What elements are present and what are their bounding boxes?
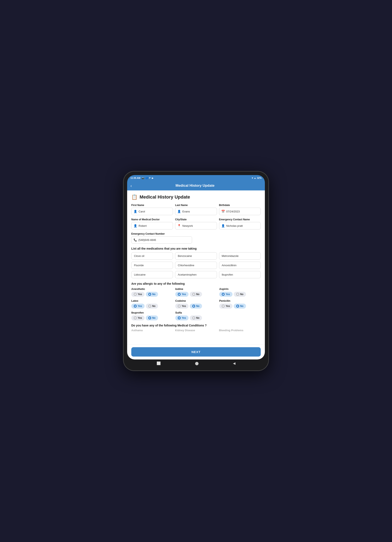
med-cell-7: Acetaminophen: [175, 271, 217, 278]
name-row: First Name 👤 Last Name 👤 Birthdate: [131, 204, 261, 215]
location-icon: 📍: [177, 224, 181, 228]
allergy-ibuprofen-label: Ibuprofen: [131, 311, 173, 314]
allergy-latex-no[interactable]: No: [146, 304, 158, 309]
page-header: 📋 Medical History Update: [131, 194, 261, 200]
allergy-penicilin-label: Penicilin: [219, 299, 261, 302]
time: 11:05 AM: [130, 177, 140, 179]
allergy-codeine-no[interactable]: No: [190, 304, 202, 309]
back-button[interactable]: ‹: [130, 183, 132, 188]
allergy-sulfa-no[interactable]: No: [190, 315, 202, 320]
android-back-icon[interactable]: ◀: [233, 361, 235, 365]
first-name-input[interactable]: [138, 210, 171, 213]
condition-1: Kidney Disease: [175, 329, 217, 332]
allergy-iodine-no-dot: [192, 293, 195, 296]
emergency-contact-name-group: Emergency Contact Name 👤: [219, 218, 261, 229]
med-cell-0: Clove oil: [131, 252, 173, 260]
last-name-field[interactable]: 👤: [175, 208, 217, 215]
allergy-anesthetic-yes[interactable]: Yes: [131, 292, 145, 297]
doctor-row: Name of Medical Doctor 👤 City/State 📍 Em…: [131, 218, 261, 229]
last-name-input[interactable]: [182, 210, 214, 213]
allergy-anesthetic: Anesthetic Yes No: [131, 287, 173, 297]
battery: 32%: [257, 177, 262, 179]
first-name-field[interactable]: 👤: [131, 208, 173, 215]
medications-section: List all the medications that you are no…: [131, 247, 261, 278]
allergy-penicilin-no-dot: [236, 305, 239, 308]
allergy-ibuprofen-no-dot: [148, 316, 151, 319]
allergy-sulfa-label: Sulfa: [175, 311, 217, 314]
birthdate-group: Birthdate 📅: [219, 204, 261, 215]
emergency-contact-name-label: Emergency Contact Name: [219, 218, 261, 221]
allergy-sulfa-options: Yes No: [175, 315, 217, 320]
calendar-icon: 📅: [221, 210, 225, 213]
allergy-codeine-yes[interactable]: Yes: [175, 304, 189, 309]
allergy-ibuprofen-no[interactable]: No: [146, 315, 158, 320]
allergy-iodine-yes-dot: [178, 293, 181, 296]
allergy-anesthetic-yes-dot: [134, 293, 137, 296]
birthdate-field[interactable]: 📅: [219, 208, 261, 215]
allergy-codeine-yes-dot: [178, 305, 181, 308]
allergy-latex-options: Yes No: [131, 304, 173, 309]
person-icon-2: 👤: [177, 210, 181, 213]
allergy-penicilin-yes[interactable]: Yes: [219, 304, 233, 309]
allergy-aspirin-yes[interactable]: Yes: [219, 292, 233, 297]
allergy-aspirin-label: Aspirin: [219, 287, 261, 291]
phone-field[interactable]: 📞: [131, 236, 192, 244]
allergy-ibuprofen-yes[interactable]: Yes: [131, 315, 145, 320]
allergy-codeine-label: Codeine: [175, 299, 217, 302]
android-home-icon[interactable]: ⬤: [195, 361, 199, 365]
allergy-sulfa-yes-dot: [178, 316, 181, 319]
med-cell-4: Chlorhexidine: [175, 262, 217, 269]
city-input[interactable]: [182, 224, 214, 228]
signal-icon: ▲: [254, 177, 256, 179]
next-button[interactable]: NEXT: [131, 347, 261, 357]
allergy-latex: Latex Yes No: [131, 299, 173, 309]
allergy-ibuprofen: Ibuprofen Yes No: [131, 311, 173, 320]
allergy-latex-label: Latex: [131, 299, 173, 302]
allergy-latex-yes[interactable]: Yes: [131, 304, 145, 309]
allergy-aspirin-no[interactable]: No: [234, 292, 246, 297]
doctor-input[interactable]: [138, 224, 171, 228]
conditions-row: Asthama Kidney Disease Bleeding Problems: [131, 329, 261, 332]
med-cell-8: Ibuprofen: [219, 271, 261, 278]
conditions-section: Do you have any of the following Medical…: [131, 324, 261, 332]
allergy-anesthetic-options: Yes No: [131, 292, 173, 297]
allergy-iodine-yes[interactable]: Yes: [175, 292, 189, 297]
allergy-codeine-no-dot: [192, 305, 195, 308]
allergy-latex-no-dot: [148, 305, 151, 308]
page-title: Medical History Update: [140, 194, 190, 200]
condition-2: Bleeding Problems: [219, 329, 261, 332]
med-cell-5: Amoxicillinin: [219, 262, 261, 269]
allergy-penicilin-no[interactable]: No: [234, 304, 246, 309]
emergency-contact-name-input[interactable]: [226, 224, 259, 228]
android-square-icon[interactable]: ⬜: [157, 361, 161, 365]
allergy-anesthetic-no[interactable]: No: [146, 292, 158, 297]
allergy-aspirin-yes-dot: [222, 293, 225, 296]
phone-input[interactable]: [138, 238, 173, 242]
emergency-contact-name-field[interactable]: 👤: [219, 222, 261, 229]
med-cell-2: Metronidazole: [219, 252, 261, 260]
doctor-field[interactable]: 👤: [131, 222, 173, 229]
allergy-penicilin-yes-dot: [222, 305, 225, 308]
youtube-icon: ▶: [152, 177, 154, 179]
last-name-group: Last Name 👤: [175, 204, 217, 215]
allergy-codeine: Codeine Yes No: [175, 299, 217, 309]
allergy-ibuprofen-options: Yes No: [131, 315, 173, 320]
nav-title: Medical History Update: [134, 184, 256, 188]
med-cell-6: Lidocaine: [131, 271, 173, 278]
city-label: City/State: [175, 218, 217, 221]
birthdate-input[interactable]: [226, 210, 259, 213]
status-right: ▾ ▲ 32%: [252, 177, 262, 179]
city-field[interactable]: 📍: [175, 222, 217, 229]
allergy-sulfa-yes[interactable]: Yes: [175, 315, 189, 320]
status-left: 11:05 AM 📷 🔵 P ▶: [130, 177, 154, 179]
allergy-sulfa-no-dot: [192, 316, 195, 319]
person-icon-3: 👤: [133, 224, 137, 228]
allergy-aspirin: Aspirin Yes No: [219, 287, 261, 297]
allergy-iodine-no[interactable]: No: [190, 292, 202, 297]
med-cell-1: Benzocaine: [175, 252, 217, 260]
person-icon-4: 👤: [221, 224, 225, 228]
allergy-aspirin-options: Yes No: [219, 292, 261, 297]
allergy-grid: Anesthetic Yes No: [131, 287, 261, 320]
doctor-group: Name of Medical Doctor 👤: [131, 218, 173, 229]
allergy-penicilin-options: Yes No: [219, 304, 261, 309]
